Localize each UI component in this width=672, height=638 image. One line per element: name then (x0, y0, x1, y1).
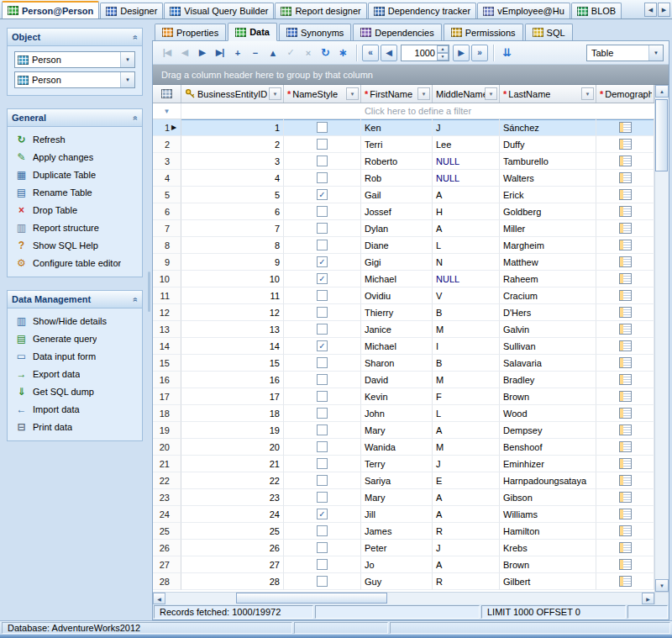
top-tab-designer[interactable]: Designer (100, 3, 163, 18)
cell-business-entity-id[interactable]: 24 (181, 506, 284, 523)
cell-middle-name[interactable]: A (433, 220, 500, 237)
cell-middle-name[interactable]: J (433, 456, 500, 472)
demographics-blob-icon[interactable] (619, 441, 632, 452)
object-panel-header[interactable]: Object » (8, 29, 142, 46)
cell-middle-name[interactable]: H (433, 203, 500, 220)
name-style-checkbox[interactable] (317, 542, 328, 553)
horizontal-scrollbar[interactable]: ◀ ▶ (153, 592, 654, 604)
cell-demographics[interactable] (596, 220, 654, 237)
cell-first-name[interactable]: Mary (361, 489, 433, 506)
cell-name-style[interactable] (284, 573, 361, 590)
cell-first-name[interactable]: Sariya (361, 472, 433, 489)
cell-business-entity-id[interactable]: 25 (181, 523, 284, 540)
cell-name-style[interactable] (284, 119, 361, 136)
cell-first-name[interactable]: Gail (361, 187, 433, 203)
sidebar-item-get-sql-dump[interactable]: ⇓ Get SQL dump (9, 382, 140, 400)
cell-last-name[interactable]: Gibson (500, 489, 596, 506)
refresh-records-button[interactable]: ↻ (317, 44, 334, 61)
cell-business-entity-id[interactable]: 16 (181, 372, 284, 388)
top-tab-blob[interactable]: BLOB (571, 3, 622, 18)
cell-middle-name[interactable]: J (433, 119, 500, 136)
cell-name-style[interactable] (284, 472, 361, 489)
name-style-checkbox[interactable] (317, 122, 328, 133)
tab-dependencies[interactable]: Dependencies (353, 24, 441, 40)
vertical-scroll-track[interactable] (655, 98, 669, 579)
cell-last-name[interactable]: Bradley (500, 372, 596, 388)
cell-last-name[interactable]: Sullivan (500, 338, 596, 355)
chevron-down-icon[interactable]: ▼ (120, 72, 134, 87)
table-row[interactable]: 4 4 Rob NULL Walters (153, 170, 654, 187)
sidebar-item-data-input-form[interactable]: ▭ Data input form (9, 347, 140, 365)
cell-last-name[interactable]: Duffy (500, 136, 596, 153)
sidebar-item-rename-table[interactable]: ▤ Rename Table (9, 183, 140, 201)
cell-middle-name[interactable]: A (433, 422, 500, 439)
cell-name-style[interactable] (284, 456, 361, 472)
grid-filter-row[interactable]: ▼ Click here to define a filter (153, 103, 654, 119)
tab-synonyms[interactable]: Synonyms (279, 24, 351, 40)
cell-business-entity-id[interactable]: 18 (181, 405, 284, 422)
name-style-checkbox[interactable] (317, 475, 328, 486)
sidebar-item-export-data[interactable]: → Export data (9, 365, 140, 382)
cell-first-name[interactable]: Sharon (361, 355, 433, 372)
table-row[interactable]: 18 18 John L Wood (153, 405, 654, 422)
name-style-checkbox[interactable]: ✓ (317, 273, 328, 284)
cell-middle-name[interactable]: NULL (433, 170, 500, 187)
sidebar-item-print-data[interactable]: ⊟ Print data (9, 418, 140, 435)
cell-business-entity-id[interactable]: 20 (181, 439, 284, 456)
horizontal-scroll-track[interactable] (165, 593, 642, 604)
next-page-button[interactable]: ▶ (453, 45, 470, 61)
cell-first-name[interactable]: Rob (361, 170, 433, 187)
top-tab-dependency-tracker[interactable]: Dependency tracker (368, 3, 476, 18)
demographics-blob-icon[interactable] (619, 357, 632, 368)
delete-record-button[interactable]: − (246, 44, 264, 61)
name-style-checkbox[interactable]: ✓ (317, 509, 328, 519)
cell-middle-name[interactable]: NULL (433, 271, 500, 287)
name-style-checkbox[interactable] (317, 307, 328, 318)
table-row[interactable]: 15 15 Sharon B Salavaria (153, 355, 654, 372)
horizontal-scroll-thumb[interactable] (236, 593, 387, 604)
general-panel-header[interactable]: General » (8, 109, 142, 127)
data-management-panel-header[interactable]: Data Management » (8, 291, 142, 308)
object-select[interactable]: Person ▼ (14, 51, 135, 68)
cell-name-style[interactable] (284, 321, 361, 338)
cell-last-name[interactable]: Erick (500, 187, 596, 203)
cell-demographics[interactable] (596, 472, 654, 489)
sidebar-splitter[interactable] (146, 19, 152, 620)
cell-first-name[interactable]: John (361, 405, 433, 422)
cell-last-name[interactable]: Sánchez (500, 119, 596, 136)
column-header-namestyle[interactable]: * NameStyle ▼ (284, 85, 361, 103)
cell-demographics[interactable] (596, 119, 654, 136)
cell-last-name[interactable]: Goldberg (500, 203, 596, 220)
cell-business-entity-id[interactable]: 2 (181, 136, 284, 153)
cell-middle-name[interactable]: L (433, 405, 500, 422)
name-style-checkbox[interactable] (317, 139, 328, 150)
cell-name-style[interactable]: ✓ (284, 506, 361, 523)
table-row[interactable]: 23 23 Mary A Gibson (153, 489, 654, 506)
demographics-blob-icon[interactable] (619, 307, 632, 318)
demographics-blob-icon[interactable] (619, 542, 632, 553)
cell-demographics[interactable] (596, 422, 654, 439)
cell-demographics[interactable] (596, 523, 654, 540)
cell-demographics[interactable] (596, 136, 654, 153)
filter-corner-cell[interactable]: ▼ (153, 103, 181, 119)
cell-middle-name[interactable]: A (433, 556, 500, 573)
table-row[interactable]: 13 13 Janice M Galvin (153, 321, 654, 338)
cell-first-name[interactable]: Roberto (361, 153, 433, 170)
demographics-blob-icon[interactable] (619, 391, 632, 402)
tab-properties[interactable]: Properties (155, 24, 226, 40)
cell-first-name[interactable]: Janice (361, 321, 433, 338)
cell-first-name[interactable]: Jossef (361, 203, 433, 220)
demographics-blob-icon[interactable] (619, 206, 632, 217)
full-refresh-button[interactable]: ∗ (334, 44, 352, 61)
cell-demographics[interactable] (596, 187, 654, 203)
table-row[interactable]: 9 9 ✓ Gigi N Matthew (153, 254, 654, 271)
cell-business-entity-id[interactable]: 5 (181, 187, 284, 203)
cell-middle-name[interactable]: Lee (433, 136, 500, 153)
cell-middle-name[interactable]: A (433, 506, 500, 523)
grid-corner-cell[interactable] (153, 85, 181, 103)
sidebar-item-show-hide-details[interactable]: ▥ Show/Hide details (9, 312, 140, 330)
sidebar-item-generate-query[interactable]: ▤ Generate query (9, 330, 140, 347)
cell-first-name[interactable]: Jill (361, 506, 433, 523)
cell-demographics[interactable] (596, 456, 654, 472)
cell-name-style[interactable] (284, 372, 361, 388)
